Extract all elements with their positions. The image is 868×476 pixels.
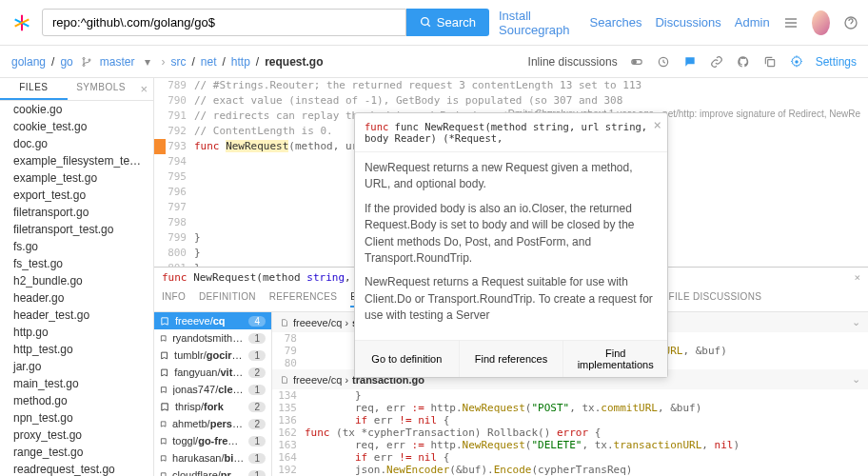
close-icon[interactable]: ×: [134, 78, 153, 100]
ref-repo-item[interactable]: tumblr/gocircuit1: [154, 347, 271, 364]
tree-item[interactable]: fs_test.go: [0, 255, 153, 272]
ref-repo-item[interactable]: ryandotsmith/ddbs...1: [154, 329, 271, 347]
panel-tab[interactable]: INFO: [162, 291, 186, 307]
tab-symbols[interactable]: SYMBOLS: [68, 78, 135, 100]
panel-tab[interactable]: DEFINITION: [199, 291, 256, 307]
svg-point-4: [89, 59, 90, 61]
tree-item[interactable]: main_test.go: [0, 375, 153, 392]
svg-point-6: [633, 60, 637, 64]
ref-repo-item[interactable]: harukasan/bindform1: [154, 449, 271, 466]
svg-point-3: [83, 64, 85, 66]
goto-def-button[interactable]: Go to definition: [355, 341, 460, 377]
ref-repo-item[interactable]: jonas747/cleverbot1: [154, 381, 271, 398]
tree-item[interactable]: method.go: [0, 392, 153, 409]
comment-icon[interactable]: [682, 54, 698, 69]
crumb-repo[interactable]: go: [60, 55, 72, 69]
settings-link[interactable]: Settings: [816, 55, 857, 69]
ref-repo-item[interactable]: toggl/go-freshboo...1: [154, 432, 271, 449]
search-button[interactable]: Search: [406, 9, 489, 36]
inline-discussions-label[interactable]: Inline discussions: [528, 55, 618, 69]
github-icon[interactable]: [736, 54, 751, 69]
help-icon[interactable]: [843, 15, 858, 30]
tree-item[interactable]: example_filesystem_test.go: [0, 152, 153, 169]
avatar[interactable]: [812, 10, 830, 35]
panel-tab[interactable]: FILE DISCUSSIONS: [669, 291, 762, 307]
svg-point-0: [421, 18, 428, 26]
crumb-org[interactable]: golang: [11, 55, 46, 69]
tree-item[interactable]: jar.go: [0, 358, 153, 375]
tree-item[interactable]: http.go: [0, 324, 153, 341]
tab-files[interactable]: FILES: [0, 78, 68, 100]
toggle-icon[interactable]: [629, 54, 644, 69]
tree-item[interactable]: filetransport_test.go: [0, 221, 153, 238]
tree-item[interactable]: doc.go: [0, 135, 153, 152]
tree-item[interactable]: proxy_test.go: [0, 426, 153, 444]
link-icon[interactable]: [709, 54, 724, 69]
tree-item[interactable]: fs.go: [0, 238, 153, 255]
nav-discussions[interactable]: Discussions: [655, 15, 720, 30]
tree-item[interactable]: export_test.go: [0, 187, 153, 204]
ref-repo-item[interactable]: thrisp/fork2: [154, 398, 271, 415]
tree-item[interactable]: readrequest_test.go: [0, 461, 153, 476]
find-impls-button[interactable]: Find implementations: [563, 341, 667, 377]
tree-item[interactable]: example_test.go: [0, 169, 153, 187]
find-refs-button[interactable]: Find references: [460, 341, 564, 377]
gear-icon[interactable]: [789, 54, 804, 69]
tree-item[interactable]: http_test.go: [0, 341, 153, 358]
crumb-p0[interactable]: src: [170, 55, 186, 69]
cycle-icon[interactable]: [656, 54, 671, 69]
tree-item[interactable]: filetransport.go: [0, 204, 153, 221]
tree-item[interactable]: cookie_test.go: [0, 118, 153, 135]
hover-tooltip: func func NewRequest(method string, url …: [354, 112, 668, 378]
ref-repo-item[interactable]: cloudflare/promsai...1: [154, 466, 271, 476]
ref-repo-item[interactable]: ahmetb/personal-d...2: [154, 415, 271, 432]
tree-item[interactable]: header_test.go: [0, 307, 153, 324]
tree-item[interactable]: range_test.go: [0, 444, 153, 461]
tree-item[interactable]: npn_test.go: [0, 409, 153, 426]
search-input[interactable]: [42, 9, 406, 36]
copy-icon[interactable]: [762, 54, 778, 69]
tree-item[interactable]: h2_bundle.go: [0, 272, 153, 289]
crumb-branch[interactable]: master: [100, 55, 135, 69]
menu-icon[interactable]: [783, 15, 799, 30]
ref-repo-item[interactable]: freeeve/cq4: [154, 312, 271, 329]
branch-icon: [79, 54, 94, 69]
crumb-file: request.go: [265, 55, 323, 69]
panel-close-icon[interactable]: ×: [854, 271, 860, 284]
nav-admin[interactable]: Admin: [735, 15, 770, 30]
crumb-p2[interactable]: http: [231, 55, 250, 69]
logo[interactable]: [11, 12, 32, 33]
nav-searches[interactable]: Searches: [590, 15, 642, 30]
tooltip-close-icon[interactable]: ×: [654, 117, 661, 132]
svg-rect-8: [767, 59, 774, 66]
svg-point-9: [795, 60, 799, 64]
chevron-down-icon[interactable]: ▾: [140, 54, 155, 69]
ref-repo-item[interactable]: fangyuan/vitess2: [154, 364, 271, 381]
tree-item[interactable]: cookie.go: [0, 101, 153, 118]
nav-install[interactable]: Install Sourcegraph: [499, 9, 577, 37]
svg-point-2: [83, 57, 85, 59]
panel-tab[interactable]: REFERENCES: [269, 291, 337, 307]
crumb-p1[interactable]: net: [201, 55, 217, 69]
tree-item[interactable]: header.go: [0, 289, 153, 307]
